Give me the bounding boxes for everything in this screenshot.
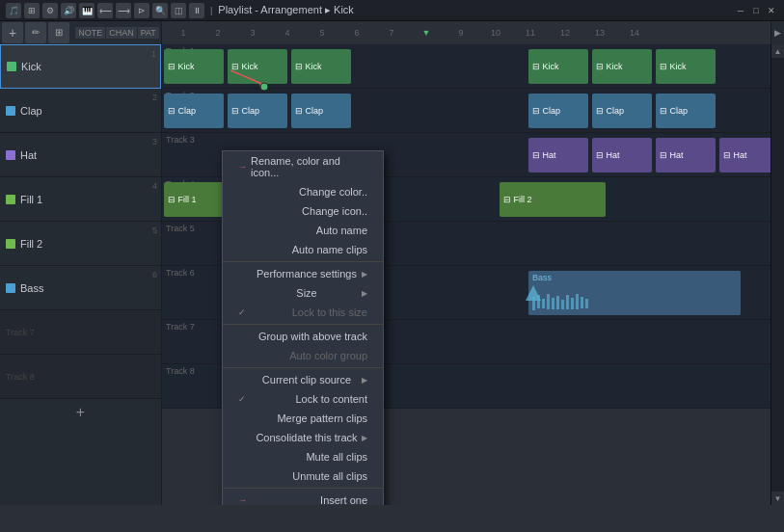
menu-item-mute-all-clips[interactable]: Mute all clips bbox=[223, 447, 383, 466]
insert-arrow-icon: → bbox=[238, 495, 247, 505]
scroll-up-button[interactable]: ▲ bbox=[771, 44, 785, 58]
track-item-empty-8[interactable]: Track 8 bbox=[0, 355, 161, 399]
svg-rect-11 bbox=[571, 298, 574, 309]
close-button[interactable]: ✕ bbox=[765, 4, 778, 17]
scroll-down-button[interactable]: ▼ bbox=[771, 492, 785, 505]
menu-label-rename: Rename, color and icon... bbox=[251, 155, 367, 178]
menu-item-lock-to-content[interactable]: ✓ Lock to content bbox=[223, 389, 383, 409]
clip-label-kick-5: ⊟ Kick bbox=[596, 62, 623, 71]
menu-item-group-with-above[interactable]: Group with above track bbox=[223, 327, 383, 346]
clip-kick-4[interactable]: ⊟ Kick bbox=[528, 49, 588, 84]
grid-btn[interactable]: ⊞ bbox=[48, 22, 69, 43]
menu-sep-3 bbox=[223, 367, 383, 368]
track-item-clap[interactable]: Clap 2 bbox=[0, 89, 161, 133]
toolbar-icon-4[interactable]: 🎹 bbox=[79, 3, 95, 18]
track-item-empty-7[interactable]: Track 7 bbox=[0, 310, 161, 355]
track-item-bass[interactable]: Bass 6 bbox=[0, 266, 161, 310]
menu-label-performance-settings: Performance settings bbox=[257, 268, 357, 279]
track-item-fill2[interactable]: Fill 2 5 bbox=[0, 222, 161, 266]
toolbar-icon-5[interactable]: ⟵ bbox=[97, 3, 113, 18]
menu-item-auto-name[interactable]: Auto name bbox=[223, 221, 383, 240]
menu-item-auto-color-group: Auto color group bbox=[223, 346, 383, 365]
rename-arrow-icon: → bbox=[238, 162, 247, 172]
menu-label-insert-one: Insert one bbox=[320, 494, 367, 505]
clip-clap-3[interactable]: ⊟ Clap bbox=[291, 93, 351, 128]
svg-rect-13 bbox=[581, 297, 583, 308]
pencil-btn[interactable]: ✏ bbox=[25, 22, 46, 43]
svg-rect-14 bbox=[585, 299, 588, 308]
ruler-7: 7 bbox=[374, 28, 409, 38]
toolbar-icon-3[interactable]: 🔊 bbox=[61, 3, 76, 18]
clip-hat-3[interactable]: ⊟ Hat bbox=[656, 138, 716, 173]
clip-kick-5[interactable]: ⊟ Kick bbox=[592, 49, 652, 84]
add-track-button[interactable]: + bbox=[0, 399, 161, 426]
app-icon[interactable]: 🎵 bbox=[6, 3, 21, 18]
menu-item-consolidate-track[interactable]: Consolidate this track bbox=[223, 428, 383, 447]
menu-item-merge-pattern-clips[interactable]: Merge pattern clips bbox=[223, 409, 383, 428]
clip-kick-1[interactable]: ⊟ Kick bbox=[164, 49, 224, 84]
track-item-kick[interactable]: Kick 1 bbox=[0, 44, 161, 89]
clip-kick-3[interactable]: ⊟ Kick bbox=[291, 49, 351, 84]
menu-item-size[interactable]: Size bbox=[223, 283, 383, 303]
pat-btn[interactable]: PAT bbox=[138, 27, 159, 39]
track-item-hat[interactable]: Hat 3 bbox=[0, 133, 161, 177]
ruler-scroll-right[interactable]: ▶ bbox=[770, 21, 784, 44]
sub-toolbar: + ✏ ⊞ NOTE CHAN PAT 1 2 3 4 5 6 7 ▼ 9 10… bbox=[0, 21, 784, 44]
track-row-1: Track 1 ⊟ Kick ⊟ Kick ⊟ Kick ⊟ Kick ⊟ Ki… bbox=[162, 44, 784, 89]
menu-item-change-icon[interactable]: Change icon.. bbox=[223, 201, 383, 221]
menu-item-current-clip-source[interactable]: Current clip source bbox=[223, 370, 383, 389]
clip-hat-2[interactable]: ⊟ Hat bbox=[592, 138, 652, 173]
menu-item-auto-name-clips[interactable]: Auto name clips bbox=[223, 240, 383, 259]
clip-hat-1[interactable]: ⊟ Hat bbox=[528, 138, 588, 173]
clip-bass-1[interactable]: Bass bbox=[528, 271, 741, 315]
toolbar-icon-6[interactable]: ⟶ bbox=[116, 3, 131, 18]
menu-item-unmute-all-clips[interactable]: Unmute all clips bbox=[223, 466, 383, 486]
menu-label-change-color: Change color.. bbox=[299, 186, 367, 198]
svg-rect-8 bbox=[556, 296, 559, 309]
track-name-kick: Kick bbox=[21, 61, 154, 72]
toolbar-icon-10[interactable]: ⏸ bbox=[189, 3, 204, 18]
svg-rect-9 bbox=[561, 300, 564, 309]
clip-label-kick-3: ⊟ Kick bbox=[295, 62, 322, 71]
title-bar: 🎵 ⊞ ⚙ 🔊 🎹 ⟵ ⟶ ⊳ 🔍 ◫ ⏸ | Playlist - Arran… bbox=[0, 0, 784, 21]
clip-clap-5[interactable]: ⊟ Clap bbox=[592, 93, 652, 128]
track-name-bass: Bass bbox=[20, 282, 155, 294]
clip-label-clap-5: ⊟ Clap bbox=[596, 106, 624, 116]
svg-rect-12 bbox=[576, 294, 579, 309]
menu-label-auto-color-group: Auto color group bbox=[289, 350, 367, 361]
chan-btn[interactable]: CHAN bbox=[106, 27, 137, 39]
track-item-fill1[interactable]: Fill 1 4 bbox=[0, 177, 161, 222]
svg-rect-7 bbox=[552, 298, 554, 309]
clip-clap-6[interactable]: ⊟ Clap bbox=[656, 93, 716, 128]
track-led-fill2 bbox=[6, 239, 15, 249]
menu-item-performance-settings[interactable]: Performance settings bbox=[223, 264, 383, 283]
toolbar-icon-9[interactable]: ◫ bbox=[171, 3, 186, 18]
menu-label-merge-pattern-clips: Merge pattern clips bbox=[277, 412, 367, 424]
clip-fill1-2[interactable]: ⊟ Fill 2 bbox=[500, 182, 606, 217]
toolbar-icon-7[interactable]: ⊳ bbox=[134, 3, 149, 18]
toolbar-icon-2[interactable]: ⚙ bbox=[42, 3, 58, 18]
ruler-2: 2 bbox=[201, 28, 235, 38]
clip-clap-1[interactable]: ⊟ Clap bbox=[164, 93, 224, 128]
toolbar-icon-8[interactable]: 🔍 bbox=[152, 3, 168, 18]
menu-label-current-clip-source: Current clip source bbox=[262, 374, 351, 386]
track-num-bass: 6 bbox=[152, 270, 157, 279]
menu-label-unmute-all-clips: Unmute all clips bbox=[292, 470, 367, 482]
add-pattern-btn[interactable]: + bbox=[2, 22, 23, 43]
title-separator: | bbox=[210, 6, 212, 15]
clip-clap-4[interactable]: ⊟ Clap bbox=[528, 93, 588, 128]
clip-label-hat-4: ⊟ Hat bbox=[723, 150, 747, 160]
track-name-fill2: Fill 2 bbox=[20, 238, 155, 250]
track-led-fill1 bbox=[6, 195, 15, 204]
note-btn[interactable]: NOTE bbox=[75, 27, 105, 39]
clip-label-hat-1: ⊟ Hat bbox=[532, 150, 556, 160]
ruler: 1 2 3 4 5 6 7 ▼ 9 10 11 12 13 14 bbox=[162, 21, 770, 44]
maximize-button[interactable]: □ bbox=[749, 4, 763, 17]
menu-item-rename[interactable]: → Rename, color and icon... bbox=[223, 151, 383, 182]
minimize-button[interactable]: ─ bbox=[734, 4, 747, 17]
clip-kick-6[interactable]: ⊟ Kick bbox=[656, 49, 716, 84]
menu-item-change-color[interactable]: Change color.. bbox=[223, 182, 383, 201]
clip-clap-2[interactable]: ⊟ Clap bbox=[228, 93, 287, 128]
toolbar-icon-1[interactable]: ⊞ bbox=[24, 3, 40, 18]
menu-item-insert-one[interactable]: → Insert one bbox=[223, 491, 383, 505]
